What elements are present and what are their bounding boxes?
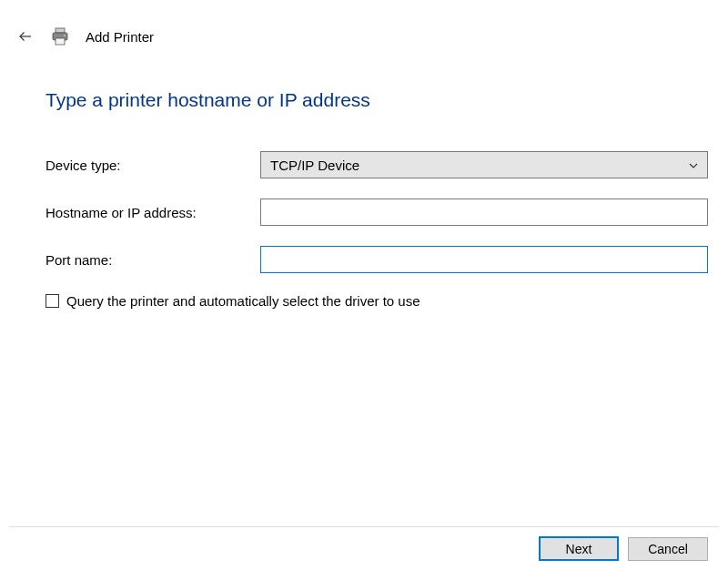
add-printer-wizard: Add Printer Type a printer hostname or I… <box>0 0 728 570</box>
printer-icon <box>49 25 71 47</box>
page-title: Type a printer hostname or IP address <box>46 89 370 111</box>
svg-rect-1 <box>56 28 65 33</box>
hostname-row: Hostname or IP address: <box>46 198 708 226</box>
device-type-dropdown[interactable]: TCP/IP Device <box>260 151 708 178</box>
next-button[interactable]: Next <box>539 536 619 561</box>
svg-point-4 <box>64 35 66 36</box>
query-checkbox-row: Query the printer and automatically sele… <box>46 293 708 309</box>
svg-rect-3 <box>56 38 65 45</box>
form-area: Device type: TCP/IP Device Hostname or I… <box>46 151 708 309</box>
device-type-label: Device type: <box>46 158 260 173</box>
port-name-input[interactable] <box>260 246 708 273</box>
hostname-input[interactable] <box>260 198 708 226</box>
wizard-footer: Next Cancel <box>9 526 719 570</box>
query-checkbox-label: Query the printer and automatically sele… <box>66 293 420 309</box>
back-button[interactable] <box>16 27 35 46</box>
device-type-row: Device type: TCP/IP Device <box>46 151 708 178</box>
wizard-title: Add Printer <box>86 29 154 45</box>
wizard-header: Add Printer <box>16 25 154 47</box>
chevron-down-icon <box>689 158 698 171</box>
query-checkbox[interactable] <box>46 294 59 308</box>
arrow-left-icon <box>17 28 34 45</box>
port-name-label: Port name: <box>46 252 260 268</box>
device-type-selected: TCP/IP Device <box>270 158 689 173</box>
port-name-row: Port name: <box>46 246 708 273</box>
hostname-label: Hostname or IP address: <box>46 205 260 220</box>
cancel-button[interactable]: Cancel <box>628 537 708 561</box>
